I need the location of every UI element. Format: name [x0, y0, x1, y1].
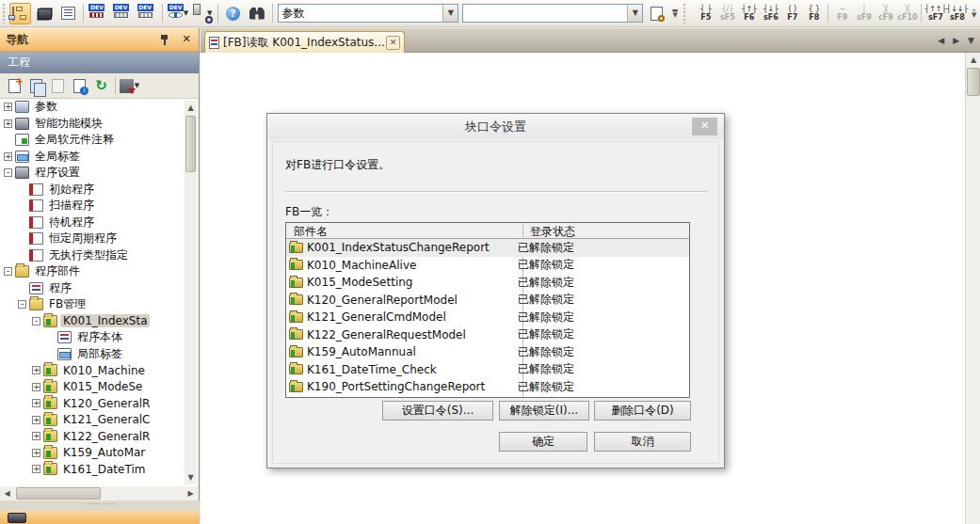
scroll-down-icon[interactable]: ▼ — [185, 470, 197, 484]
toolbar-grip[interactable] — [683, 3, 687, 24]
scrollbar-thumb[interactable] — [967, 68, 980, 96]
fkey-button-sf8[interactable]: ┤↓↓├sF8 — [946, 2, 968, 24]
cancel-button[interactable]: 取消 — [594, 432, 691, 452]
collapse-icon[interactable]: - — [18, 300, 26, 309]
device-batch-button[interactable]: DEV — [137, 3, 159, 24]
fb-table-row[interactable]: K159_AutoMannual已解除锁定 — [286, 343, 689, 361]
dialog-close-button[interactable]: ✕ — [692, 118, 717, 135]
device-find-button[interactable]: DEV — [88, 3, 110, 24]
collapse-icon[interactable]: - — [32, 317, 40, 326]
project-tree-button[interactable] — [9, 3, 32, 24]
tree-item-K122_GeneralR[interactable]: +K122_GeneralR — [0, 428, 198, 445]
fkey-button-cf9[interactable]: ╳cF9 — [875, 2, 896, 24]
tree-item-参数[interactable]: +参数 — [0, 99, 198, 116]
dialog-titlebar[interactable]: 块口令设置 — [267, 114, 724, 139]
fb-table-row[interactable]: K190_PortSettingChangeReport已解除锁定 — [286, 378, 689, 396]
ok-button[interactable]: 确定 — [499, 432, 587, 452]
tree-item-程序设置[interactable]: -程序设置 — [0, 165, 198, 182]
toolbar-overflow-button[interactable]: ▬▼ — [669, 3, 682, 24]
tree-item-FB管理[interactable]: -FB管理 — [0, 296, 198, 313]
tab-scroll-left-button[interactable]: ◀ — [938, 36, 944, 45]
tab-close-button[interactable]: ✕ — [386, 36, 400, 50]
tree-item-全局标签[interactable]: +全局标签 — [0, 149, 198, 166]
fkey-button-sf7[interactable]: ┤↑↑├sF7 — [924, 2, 946, 24]
panel-splitter[interactable]: ········· — [0, 500, 200, 511]
scrollbar-thumb[interactable] — [16, 487, 101, 500]
tree-item-程序[interactable]: 程序 — [0, 280, 198, 297]
scroll-up-icon[interactable]: ▲ — [185, 101, 197, 115]
expand-icon[interactable]: + — [32, 465, 40, 473]
module-config-button[interactable] — [33, 3, 56, 24]
fb-table-row[interactable]: K120_GeneralReportModel已解除锁定 — [286, 292, 689, 310]
find-button[interactable] — [246, 3, 268, 24]
delete-password-button[interactable]: 删除口令(D) — [594, 401, 691, 421]
tree-item-K120_GeneralR[interactable]: +K120_GeneralR — [0, 395, 198, 412]
project-view-button[interactable] — [0, 511, 200, 524]
fkey-button-f8[interactable]: { }F8 — [803, 2, 825, 24]
expand-icon[interactable]: + — [4, 119, 12, 128]
tree-item-恒定周期程序[interactable]: 恒定周期程序 — [0, 230, 198, 247]
tree-item-智能功能模块[interactable]: +智能功能模块 — [0, 116, 198, 133]
tree-horizontal-scrollbar[interactable]: ◀ ▶ — [0, 486, 198, 500]
list-view-button[interactable] — [57, 3, 80, 24]
expand-icon[interactable]: + — [4, 103, 12, 111]
toolbar-grip[interactable] — [2, 3, 7, 24]
expand-icon[interactable]: + — [32, 432, 40, 440]
fb-table-row[interactable]: K010_MachineAlive已解除锁定 — [286, 257, 689, 275]
scroll-right-icon[interactable]: ▶ — [184, 486, 198, 500]
tab-list-button[interactable]: ▼ — [968, 36, 974, 45]
combobox-arrow-icon[interactable]: ▼ — [627, 5, 642, 22]
help-button[interactable]: ? — [222, 3, 245, 24]
expand-icon[interactable]: + — [32, 449, 40, 457]
fkey-button-sf6[interactable]: ┤↓├sF6 — [760, 2, 781, 24]
fb-table-row[interactable]: K122_GeneralRequestModel已解除锁定 — [286, 326, 689, 344]
fb-table-row[interactable]: K161_DateTime_Check已解除锁定 — [286, 361, 689, 379]
tree-item-K010_Machine[interactable]: +K010_Machine — [0, 362, 198, 379]
fkey-button-cf10[interactable]: ╳cF10 — [896, 2, 918, 24]
tab-scroll-right-button[interactable]: ▶ — [953, 36, 959, 45]
tree-item-K161_DateTim[interactable]: +K161_DateTim — [0, 461, 198, 478]
fb-table-row[interactable]: K121_GeneralCmdModel已解除锁定 — [286, 309, 689, 326]
editor-vertical-scrollbar[interactable]: ▲ — [965, 53, 980, 524]
tree-item-扫描程序[interactable]: 扫描程序 — [0, 198, 198, 214]
fkey-button-f5[interactable]: ┤ ├F5 — [695, 2, 716, 24]
new-item-button[interactable]: + — [4, 75, 25, 96]
tree-item-K001_IndexSta[interactable]: -K001_IndexSta — [0, 313, 198, 330]
set-password-button[interactable]: 设置口令(S)... — [382, 401, 493, 421]
fb-table-row[interactable]: K015_ModeSetting已解除锁定 — [286, 274, 689, 292]
fkey-button-f6[interactable]: ┤↑├F6 — [738, 2, 760, 24]
sort-button[interactable]: ▼ — [119, 75, 140, 96]
expand-icon[interactable]: + — [32, 383, 40, 391]
pin-icon[interactable] — [159, 34, 170, 45]
refresh-button[interactable]: ↻ — [90, 75, 112, 96]
fkey-button-sf9[interactable]: │sF9 — [853, 2, 875, 24]
fb-table-row[interactable]: K001_IndexStatusChangeReport已解除锁定 — [286, 239, 689, 257]
expand-icon[interactable]: + — [32, 416, 40, 424]
collapse-icon[interactable]: - — [4, 168, 12, 177]
scroll-left-icon[interactable]: ◀ — [0, 486, 14, 500]
secondary-combobox[interactable]: ▼ — [462, 4, 643, 23]
tree-item-K121_GeneralC[interactable]: +K121_GeneralC — [0, 412, 198, 429]
tree-item-K159_AutoMar[interactable]: +K159_AutoMar — [0, 445, 198, 462]
doc-preview-button[interactable] — [646, 3, 668, 24]
property-button[interactable]: i — [69, 75, 90, 96]
fkey-button-sf5[interactable]: ┤/├sF5 — [716, 2, 738, 24]
device-grid-button[interactable]: DEV — [112, 3, 135, 24]
tree-item-程序本体[interactable]: 程序本体 — [0, 329, 198, 346]
fkey-button-f9[interactable]: ─F9 — [831, 2, 853, 24]
tree-item-程序部件[interactable]: -程序部件 — [0, 263, 198, 280]
device-monitor-button[interactable]: DEV▼ — [167, 3, 189, 24]
copy-button[interactable] — [25, 75, 47, 96]
collapse-icon[interactable]: - — [4, 267, 12, 276]
expand-icon[interactable]: + — [32, 366, 40, 374]
unlock-button[interactable]: 解除锁定(I)... — [499, 401, 589, 421]
device-search-button[interactable]: ▼ — [191, 3, 214, 24]
tree-item-全局软元件注释[interactable]: 全局软元件注释 — [0, 132, 198, 149]
tree-item-待机程序[interactable]: 待机程序 — [0, 214, 198, 231]
tree-item-K015_ModeSe[interactable]: +K015_ModeSe — [0, 379, 198, 396]
scroll-up-icon[interactable]: ▲ — [966, 53, 980, 67]
combobox-arrow-icon[interactable]: ▼ — [442, 5, 458, 22]
device-combobox[interactable]: 参数 ▼ — [278, 4, 459, 23]
expand-icon[interactable]: + — [4, 152, 12, 161]
tree-item-初始程序[interactable]: 初始程序 — [0, 182, 198, 198]
